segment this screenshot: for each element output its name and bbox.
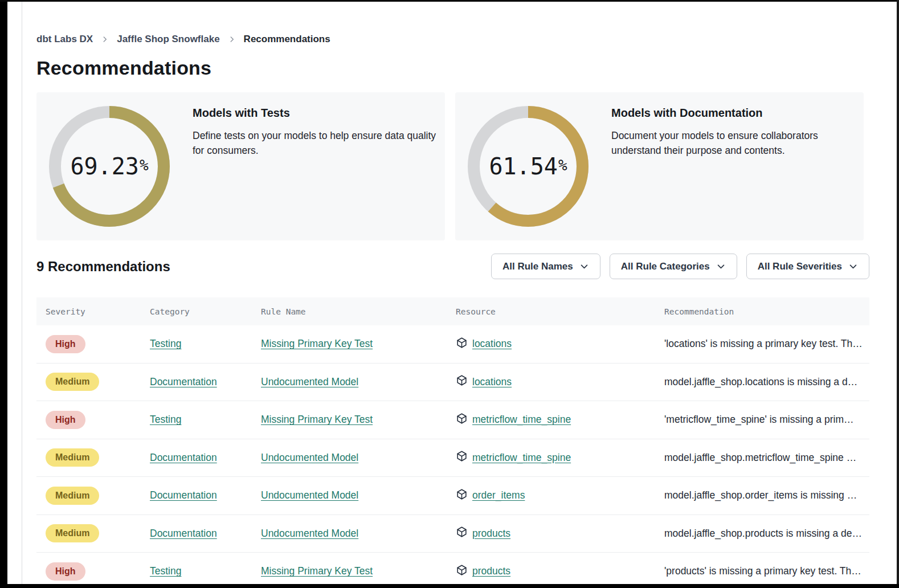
recommendation-cell: model.jaffle_shop.metricflow_time_spine …	[664, 452, 869, 464]
resource-cell: locations	[456, 374, 664, 389]
column-header-resource: Resource	[456, 307, 664, 316]
documentation-card-description: Document your models to ensure collabora…	[611, 128, 831, 158]
recommendation-cell: 'metricflow_time_spine' is missing a pri…	[664, 414, 869, 426]
resource-link[interactable]: locations	[472, 338, 512, 350]
table-row: High Testing Missing Primary Key Test me…	[36, 401, 869, 439]
recommendation-cell: model.jaffle_shop.products is missing a …	[664, 528, 869, 540]
rule-name-link[interactable]: Missing Primary Key Test	[261, 414, 373, 425]
rule-name-link[interactable]: Undocumented Model	[261, 528, 358, 539]
rule-name-cell: Missing Primary Key Test	[261, 414, 456, 426]
documentation-percent-label: 61.54%	[468, 106, 589, 227]
breadcrumb-project[interactable]: Jaffle Shop Snowflake	[117, 34, 219, 45]
breadcrumb-current: Recommendations	[244, 34, 330, 45]
sidebar-edge-divider	[22, 0, 22, 588]
severity-cell: High	[36, 335, 150, 353]
table-header-row: Severity Category Rule Name Resource Rec…	[36, 297, 869, 325]
cube-icon	[456, 450, 468, 465]
severity-cell: High	[36, 411, 150, 429]
table-row: High Testing Missing Primary Key Test pr…	[36, 553, 869, 588]
cube-icon	[456, 413, 468, 427]
category-cell: Documentation	[150, 376, 261, 388]
category-cell: Documentation	[150, 528, 261, 540]
category-link[interactable]: Testing	[150, 338, 181, 349]
table-row: Medium Documentation Undocumented Model …	[36, 439, 869, 477]
documentation-card-text: Models with Documentation Document your …	[611, 92, 831, 158]
resource-link[interactable]: products	[472, 528, 510, 540]
severity-cell: Medium	[36, 487, 150, 505]
category-link[interactable]: Testing	[150, 565, 181, 577]
rule-name-cell: Undocumented Model	[261, 528, 456, 540]
category-link[interactable]: Documentation	[150, 452, 217, 463]
table-row: High Testing Missing Primary Key Test lo…	[36, 325, 869, 364]
cube-icon	[456, 337, 468, 352]
chevron-down-icon	[579, 262, 589, 271]
recommendation-cell: 'locations' is missing a primary key tes…	[664, 338, 869, 350]
category-link[interactable]: Testing	[150, 414, 181, 425]
chevron-down-icon	[848, 262, 858, 271]
category-link[interactable]: Documentation	[150, 528, 217, 539]
screenshot-frame-right	[897, 0, 899, 588]
resource-link[interactable]: metricflow_time_spine	[472, 414, 571, 426]
table-row: Medium Documentation Undocumented Model …	[36, 364, 869, 402]
resource-cell: metricflow_time_spine	[456, 450, 664, 465]
rule-categories-filter-dropdown[interactable]: All Rule Categories	[610, 254, 737, 279]
resource-link[interactable]: metricflow_time_spine	[472, 452, 571, 464]
resource-cell: order_items	[456, 488, 664, 503]
cube-icon	[456, 526, 468, 541]
rule-name-link[interactable]: Missing Primary Key Test	[261, 338, 373, 349]
category-link[interactable]: Documentation	[150, 489, 217, 501]
category-cell: Testing	[150, 338, 261, 350]
resource-link[interactable]: order_items	[472, 489, 525, 501]
resource-link[interactable]: locations	[472, 376, 512, 388]
rule-name-cell: Missing Primary Key Test	[261, 338, 456, 350]
breadcrumb-account[interactable]: dbt Labs DX	[36, 34, 93, 45]
recommendations-table: Severity Category Rule Name Resource Rec…	[36, 297, 869, 588]
severity-badge: High	[46, 335, 85, 353]
recommendation-cell: 'products' is missing a primary key test…	[664, 565, 869, 577]
category-cell: Testing	[150, 414, 261, 426]
severity-badge: High	[46, 562, 85, 581]
rule-name-cell: Undocumented Model	[261, 489, 456, 501]
rule-name-link[interactable]: Undocumented Model	[261, 376, 358, 387]
column-header-rule-name: Rule Name	[261, 307, 456, 316]
page-title: Recommendations	[36, 57, 864, 79]
tests-card-title: Models with Tests	[193, 107, 445, 120]
list-header: 9 Recommendations All Rule Names All Rul…	[36, 254, 864, 279]
rule-name-cell: Undocumented Model	[261, 376, 456, 388]
table-body: High Testing Missing Primary Key Test lo…	[36, 325, 869, 588]
recommendations-count: 9 Recommendations	[36, 259, 170, 275]
resource-link[interactable]: products	[472, 565, 510, 577]
category-link[interactable]: Documentation	[150, 376, 217, 387]
recommendation-cell: model.jaffle_shop.locations is missing a…	[664, 376, 869, 388]
rule-name-link[interactable]: Undocumented Model	[261, 489, 358, 501]
severity-badge: Medium	[46, 448, 99, 467]
column-header-recommendation: Recommendation	[664, 307, 869, 316]
metric-cards: 69.23% Models with Tests Define tests on…	[36, 92, 864, 240]
rule-name-cell: Missing Primary Key Test	[261, 565, 456, 577]
breadcrumb: dbt Labs DX Jaffle Shop Snowflake Recomm…	[36, 34, 864, 45]
models-with-tests-card: 69.23% Models with Tests Define tests on…	[36, 92, 445, 240]
chevron-right-icon	[101, 35, 109, 43]
rule-name-link[interactable]: Undocumented Model	[261, 452, 358, 463]
tests-card-text: Models with Tests Define tests on your m…	[193, 92, 445, 158]
column-header-severity: Severity	[36, 307, 150, 316]
resource-cell: metricflow_time_spine	[456, 413, 664, 427]
severity-badge: Medium	[46, 487, 99, 505]
severity-cell: Medium	[36, 448, 150, 467]
severity-badge: Medium	[46, 373, 99, 391]
rule-name-link[interactable]: Missing Primary Key Test	[261, 565, 373, 577]
category-cell: Testing	[150, 565, 261, 577]
category-cell: Documentation	[150, 452, 261, 464]
resource-cell: products	[456, 526, 664, 541]
screenshot-frame-top	[0, 0, 899, 2]
rule-names-filter-dropdown[interactable]: All Rule Names	[491, 254, 600, 279]
cube-icon	[456, 488, 468, 503]
severity-cell: Medium	[36, 524, 150, 542]
table-row: Medium Documentation Undocumented Model …	[36, 515, 869, 553]
tests-donut-chart: 69.23%	[49, 106, 170, 227]
rule-severities-filter-dropdown[interactable]: All Rule Severities	[746, 254, 869, 279]
cube-icon	[456, 374, 468, 389]
tests-percent-label: 69.23%	[49, 106, 170, 227]
screenshot-frame-bottom	[0, 584, 899, 588]
resource-cell: products	[456, 564, 664, 579]
